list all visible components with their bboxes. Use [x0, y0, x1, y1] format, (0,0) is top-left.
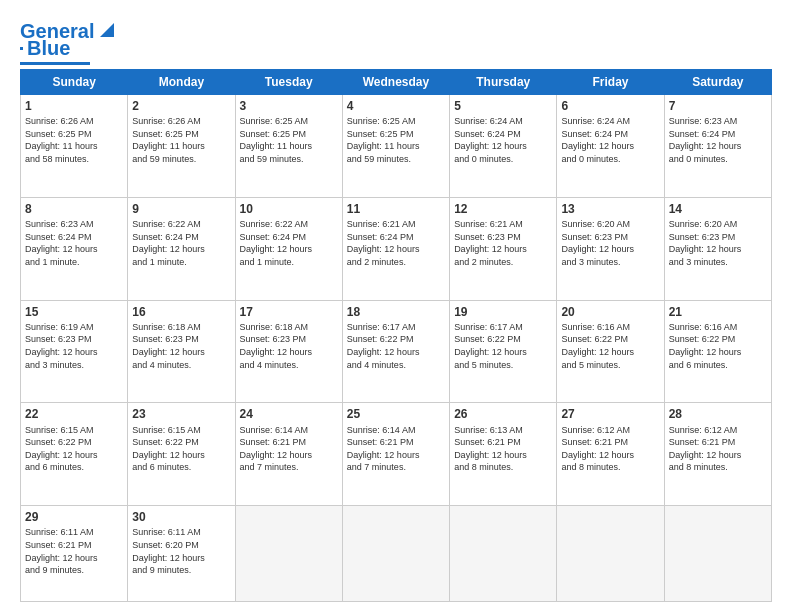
day-info: Sunrise: 6:16 AM Sunset: 6:22 PM Dayligh…	[669, 321, 767, 371]
day-info: Sunrise: 6:21 AM Sunset: 6:23 PM Dayligh…	[454, 218, 552, 268]
day-number: 11	[347, 201, 445, 217]
day-info: Sunrise: 6:25 AM Sunset: 6:25 PM Dayligh…	[240, 115, 338, 165]
day-info: Sunrise: 6:23 AM Sunset: 6:24 PM Dayligh…	[669, 115, 767, 165]
day-number: 12	[454, 201, 552, 217]
calendar-cell: 19Sunrise: 6:17 AM Sunset: 6:22 PM Dayli…	[450, 300, 557, 403]
svg-marker-0	[100, 23, 114, 37]
calendar-cell	[235, 506, 342, 602]
calendar-cell: 4Sunrise: 6:25 AM Sunset: 6:25 PM Daylig…	[342, 95, 449, 198]
day-info: Sunrise: 6:14 AM Sunset: 6:21 PM Dayligh…	[240, 424, 338, 474]
calendar-cell: 9Sunrise: 6:22 AM Sunset: 6:24 PM Daylig…	[128, 197, 235, 300]
calendar-cell: 23Sunrise: 6:15 AM Sunset: 6:22 PM Dayli…	[128, 403, 235, 506]
day-number: 27	[561, 406, 659, 422]
calendar-cell: 30Sunrise: 6:11 AM Sunset: 6:20 PM Dayli…	[128, 506, 235, 602]
day-number: 28	[669, 406, 767, 422]
logo-text2: Blue	[27, 37, 70, 60]
calendar-week-4: 22Sunrise: 6:15 AM Sunset: 6:22 PM Dayli…	[21, 403, 772, 506]
calendar-cell: 13Sunrise: 6:20 AM Sunset: 6:23 PM Dayli…	[557, 197, 664, 300]
calendar-cell: 12Sunrise: 6:21 AM Sunset: 6:23 PM Dayli…	[450, 197, 557, 300]
calendar-cell	[342, 506, 449, 602]
calendar-cell: 29Sunrise: 6:11 AM Sunset: 6:21 PM Dayli…	[21, 506, 128, 602]
day-info: Sunrise: 6:19 AM Sunset: 6:23 PM Dayligh…	[25, 321, 123, 371]
calendar-cell: 25Sunrise: 6:14 AM Sunset: 6:21 PM Dayli…	[342, 403, 449, 506]
day-number: 9	[132, 201, 230, 217]
calendar-cell: 5Sunrise: 6:24 AM Sunset: 6:24 PM Daylig…	[450, 95, 557, 198]
calendar-week-2: 8Sunrise: 6:23 AM Sunset: 6:24 PM Daylig…	[21, 197, 772, 300]
day-info: Sunrise: 6:17 AM Sunset: 6:22 PM Dayligh…	[454, 321, 552, 371]
calendar-cell: 28Sunrise: 6:12 AM Sunset: 6:21 PM Dayli…	[664, 403, 771, 506]
header-row: General Blue	[20, 16, 772, 65]
calendar-cell	[557, 506, 664, 602]
calendar-cell: 10Sunrise: 6:22 AM Sunset: 6:24 PM Dayli…	[235, 197, 342, 300]
day-number: 14	[669, 201, 767, 217]
calendar-cell: 2Sunrise: 6:26 AM Sunset: 6:25 PM Daylig…	[128, 95, 235, 198]
calendar-cell: 17Sunrise: 6:18 AM Sunset: 6:23 PM Dayli…	[235, 300, 342, 403]
day-info: Sunrise: 6:18 AM Sunset: 6:23 PM Dayligh…	[132, 321, 230, 371]
page: General Blue SundayMondayTuesdayWednesda…	[0, 0, 792, 612]
day-number: 5	[454, 98, 552, 114]
day-number: 17	[240, 304, 338, 320]
day-header-monday: Monday	[128, 70, 235, 95]
calendar-cell: 3Sunrise: 6:25 AM Sunset: 6:25 PM Daylig…	[235, 95, 342, 198]
calendar-cell: 1Sunrise: 6:26 AM Sunset: 6:25 PM Daylig…	[21, 95, 128, 198]
calendar-cell: 6Sunrise: 6:24 AM Sunset: 6:24 PM Daylig…	[557, 95, 664, 198]
day-info: Sunrise: 6:12 AM Sunset: 6:21 PM Dayligh…	[669, 424, 767, 474]
day-number: 13	[561, 201, 659, 217]
day-header-sunday: Sunday	[21, 70, 128, 95]
calendar-cell: 20Sunrise: 6:16 AM Sunset: 6:22 PM Dayli…	[557, 300, 664, 403]
day-header-thursday: Thursday	[450, 70, 557, 95]
day-number: 15	[25, 304, 123, 320]
day-header-tuesday: Tuesday	[235, 70, 342, 95]
day-info: Sunrise: 6:15 AM Sunset: 6:22 PM Dayligh…	[132, 424, 230, 474]
day-info: Sunrise: 6:26 AM Sunset: 6:25 PM Dayligh…	[132, 115, 230, 165]
day-info: Sunrise: 6:12 AM Sunset: 6:21 PM Dayligh…	[561, 424, 659, 474]
day-info: Sunrise: 6:24 AM Sunset: 6:24 PM Dayligh…	[561, 115, 659, 165]
day-number: 18	[347, 304, 445, 320]
calendar-week-5: 29Sunrise: 6:11 AM Sunset: 6:21 PM Dayli…	[21, 506, 772, 602]
day-number: 19	[454, 304, 552, 320]
calendar-cell: 27Sunrise: 6:12 AM Sunset: 6:21 PM Dayli…	[557, 403, 664, 506]
calendar-cell: 15Sunrise: 6:19 AM Sunset: 6:23 PM Dayli…	[21, 300, 128, 403]
day-number: 2	[132, 98, 230, 114]
calendar-week-3: 15Sunrise: 6:19 AM Sunset: 6:23 PM Dayli…	[21, 300, 772, 403]
day-number: 6	[561, 98, 659, 114]
day-number: 23	[132, 406, 230, 422]
day-number: 4	[347, 98, 445, 114]
day-number: 7	[669, 98, 767, 114]
calendar-header-row: SundayMondayTuesdayWednesdayThursdayFrid…	[21, 70, 772, 95]
day-info: Sunrise: 6:18 AM Sunset: 6:23 PM Dayligh…	[240, 321, 338, 371]
logo-icon	[96, 19, 118, 41]
day-info: Sunrise: 6:15 AM Sunset: 6:22 PM Dayligh…	[25, 424, 123, 474]
calendar-cell: 22Sunrise: 6:15 AM Sunset: 6:22 PM Dayli…	[21, 403, 128, 506]
day-number: 22	[25, 406, 123, 422]
day-number: 8	[25, 201, 123, 217]
day-number: 21	[669, 304, 767, 320]
day-header-saturday: Saturday	[664, 70, 771, 95]
calendar-table: SundayMondayTuesdayWednesdayThursdayFrid…	[20, 69, 772, 602]
day-header-wednesday: Wednesday	[342, 70, 449, 95]
day-info: Sunrise: 6:22 AM Sunset: 6:24 PM Dayligh…	[240, 218, 338, 268]
calendar-cell: 11Sunrise: 6:21 AM Sunset: 6:24 PM Dayli…	[342, 197, 449, 300]
calendar-cell: 14Sunrise: 6:20 AM Sunset: 6:23 PM Dayli…	[664, 197, 771, 300]
day-info: Sunrise: 6:23 AM Sunset: 6:24 PM Dayligh…	[25, 218, 123, 268]
day-info: Sunrise: 6:20 AM Sunset: 6:23 PM Dayligh…	[561, 218, 659, 268]
calendar-cell	[450, 506, 557, 602]
day-number: 3	[240, 98, 338, 114]
day-number: 25	[347, 406, 445, 422]
day-info: Sunrise: 6:21 AM Sunset: 6:24 PM Dayligh…	[347, 218, 445, 268]
day-info: Sunrise: 6:13 AM Sunset: 6:21 PM Dayligh…	[454, 424, 552, 474]
calendar-cell: 21Sunrise: 6:16 AM Sunset: 6:22 PM Dayli…	[664, 300, 771, 403]
day-number: 29	[25, 509, 123, 525]
day-number: 26	[454, 406, 552, 422]
day-info: Sunrise: 6:25 AM Sunset: 6:25 PM Dayligh…	[347, 115, 445, 165]
calendar-cell: 26Sunrise: 6:13 AM Sunset: 6:21 PM Dayli…	[450, 403, 557, 506]
day-info: Sunrise: 6:22 AM Sunset: 6:24 PM Dayligh…	[132, 218, 230, 268]
day-info: Sunrise: 6:11 AM Sunset: 6:21 PM Dayligh…	[25, 526, 123, 576]
logo: General Blue	[20, 20, 118, 65]
day-number: 30	[132, 509, 230, 525]
day-info: Sunrise: 6:16 AM Sunset: 6:22 PM Dayligh…	[561, 321, 659, 371]
calendar-cell: 7Sunrise: 6:23 AM Sunset: 6:24 PM Daylig…	[664, 95, 771, 198]
day-number: 16	[132, 304, 230, 320]
day-info: Sunrise: 6:24 AM Sunset: 6:24 PM Dayligh…	[454, 115, 552, 165]
day-number: 10	[240, 201, 338, 217]
